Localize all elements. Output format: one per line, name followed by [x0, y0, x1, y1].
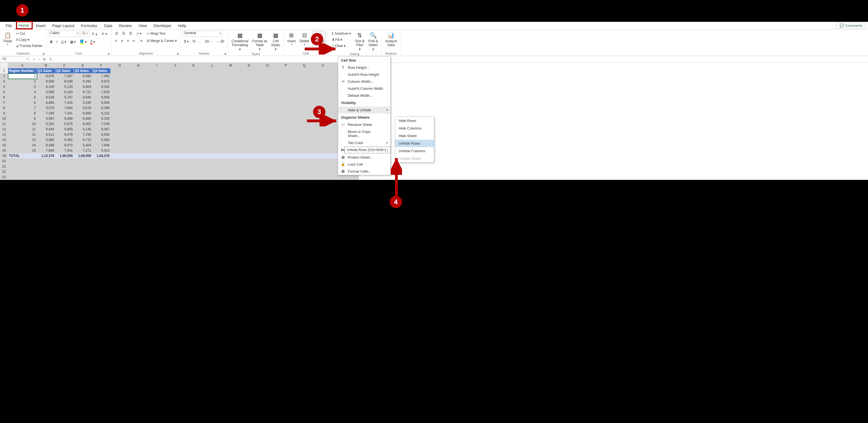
row-header[interactable]: 4: [0, 84, 8, 89]
col-header[interactable]: U: [314, 63, 332, 68]
cell[interactable]: Region Number: [8, 68, 37, 74]
cell[interactable]: 7,415: [55, 100, 74, 106]
align-left-button[interactable]: ≡: [114, 38, 119, 44]
cell[interactable]: 9,161: [92, 84, 111, 89]
row-header[interactable]: 15: [0, 143, 8, 148]
cell[interactable]: TOTAL: [8, 153, 37, 159]
cell[interactable]: 6,152: [92, 111, 111, 116]
cell[interactable]: [111, 100, 359, 106]
submenu-unhide-rows[interactable]: Unhide Rows: [395, 140, 434, 147]
paste-button[interactable]: 📋 Paste ▾: [2, 31, 13, 47]
name-box[interactable]: A2: [1, 57, 29, 62]
cell[interactable]: [92, 175, 111, 180]
cell[interactable]: [111, 164, 359, 169]
cell[interactable]: 9: [8, 116, 37, 121]
decrease-decimal-button[interactable]: ←.00: [215, 38, 226, 44]
submenu-hide-sheet[interactable]: Hide Sheet: [395, 132, 434, 140]
comments-button[interactable]: 💬 Comments: [836, 23, 866, 29]
submenu-hide-columns[interactable]: Hide Columns: [395, 124, 434, 132]
cell[interactable]: Q2 Sales: [55, 68, 74, 74]
cell[interactable]: 7,629: [92, 89, 111, 95]
cell[interactable]: 9,387: [92, 127, 111, 132]
cell[interactable]: 6,893: [37, 100, 55, 106]
cell[interactable]: [92, 164, 111, 169]
cell[interactable]: 6,240: [37, 84, 55, 89]
menu-format-cells[interactable]: ▦Format Cells...: [338, 168, 390, 175]
cell[interactable]: 9,890: [74, 74, 92, 79]
cell[interactable]: 5: [8, 95, 37, 100]
cell[interactable]: [37, 159, 55, 164]
col-header[interactable]: L: [203, 63, 221, 68]
submenu-hide-rows[interactable]: Hide Rows: [395, 117, 434, 124]
sort-filter-button[interactable]: ⇅Sort & Filter ▾: [354, 31, 365, 52]
enter-icon[interactable]: ✓: [38, 57, 41, 61]
cell[interactable]: 7,946: [92, 143, 111, 148]
col-header[interactable]: N: [240, 63, 258, 68]
clipboard-launcher[interactable]: ◢: [42, 52, 45, 55]
row-header[interactable]: 9: [0, 111, 8, 116]
cell[interactable]: 9,492: [55, 137, 74, 143]
cell[interactable]: [55, 164, 74, 169]
menu-col-width[interactable]: ⇔Column Width...: [338, 78, 390, 85]
cell[interactable]: 6: [8, 100, 37, 106]
cell[interactable]: 1,06,076: [92, 153, 111, 159]
cell[interactable]: 8,680: [74, 116, 92, 121]
tab-formulas[interactable]: Formulas: [78, 22, 101, 29]
cell[interactable]: 6,975: [55, 121, 74, 127]
cell[interactable]: 15: [8, 148, 37, 153]
cell[interactable]: [8, 169, 37, 175]
cell[interactable]: 9,844: [37, 127, 55, 132]
row-header[interactable]: 16: [0, 148, 8, 153]
cell[interactable]: [92, 159, 111, 164]
menu-row-height[interactable]: ⇕Row Height...: [338, 64, 390, 71]
row-header[interactable]: 19: [0, 153, 8, 159]
cell[interactable]: 8,645: [74, 95, 92, 100]
orientation-button[interactable]: ⤢ ▾: [135, 31, 143, 36]
cell[interactable]: [111, 169, 359, 175]
cell[interactable]: 5,069: [55, 116, 74, 121]
alignment-launcher[interactable]: ◢: [176, 52, 180, 55]
bold-button[interactable]: B: [49, 39, 54, 45]
cell[interactable]: 6,985: [37, 137, 55, 143]
tab-file[interactable]: File: [2, 22, 16, 29]
cell[interactable]: [111, 159, 359, 164]
cell[interactable]: [111, 79, 359, 84]
increase-indent-button[interactable]: ⇥: [138, 38, 144, 44]
cell[interactable]: [111, 127, 359, 132]
cell[interactable]: 7,354: [37, 111, 55, 116]
cell[interactable]: 9,722: [74, 89, 92, 95]
cell[interactable]: 5,797: [55, 95, 74, 100]
cell[interactable]: 6,019: [74, 106, 92, 111]
row-header[interactable]: 21: [0, 164, 8, 169]
fill-color-button[interactable]: 🪣 ▾: [78, 38, 88, 45]
borders-button[interactable]: ▦ ▾: [69, 39, 77, 45]
col-header[interactable]: K: [185, 63, 203, 68]
cell[interactable]: [111, 68, 359, 74]
menu-protect-sheet[interactable]: ▦Protect Sheet...: [338, 154, 390, 161]
row-header[interactable]: 2: [0, 74, 8, 79]
tab-insert[interactable]: Insert: [32, 22, 49, 29]
formula-input[interactable]: 1: [48, 57, 868, 61]
cell[interactable]: [8, 164, 37, 169]
cell[interactable]: 5,145: [74, 127, 92, 132]
cell[interactable]: 5,587: [37, 116, 55, 121]
format-as-table-button[interactable]: ▦Format as Table ▾: [251, 31, 268, 52]
cell-styles-button[interactable]: ▦Cell Styles ▾: [270, 31, 281, 52]
cell[interactable]: 7,341: [55, 111, 74, 116]
analyze-data-button[interactable]: 📊Analyze Data: [384, 31, 398, 48]
cell[interactable]: 6,900: [74, 111, 92, 116]
cell[interactable]: 8,511: [37, 132, 55, 137]
cell[interactable]: [111, 153, 359, 159]
cell[interactable]: [37, 169, 55, 175]
menu-default-width[interactable]: Default Width...: [338, 92, 390, 99]
row-header[interactable]: 1: [0, 68, 8, 74]
cell[interactable]: 10: [8, 121, 37, 127]
select-all-corner[interactable]: [0, 63, 8, 68]
merge-center-button[interactable]: ⊟Merge & Center ▾: [145, 38, 178, 44]
row-header[interactable]: 7: [0, 100, 8, 106]
cell[interactable]: [111, 175, 359, 180]
cell[interactable]: 5,605: [92, 100, 111, 106]
decrease-font-button[interactable]: A▼: [100, 31, 109, 37]
tab-data[interactable]: Data: [101, 22, 116, 29]
row-header[interactable]: 14: [0, 137, 8, 143]
